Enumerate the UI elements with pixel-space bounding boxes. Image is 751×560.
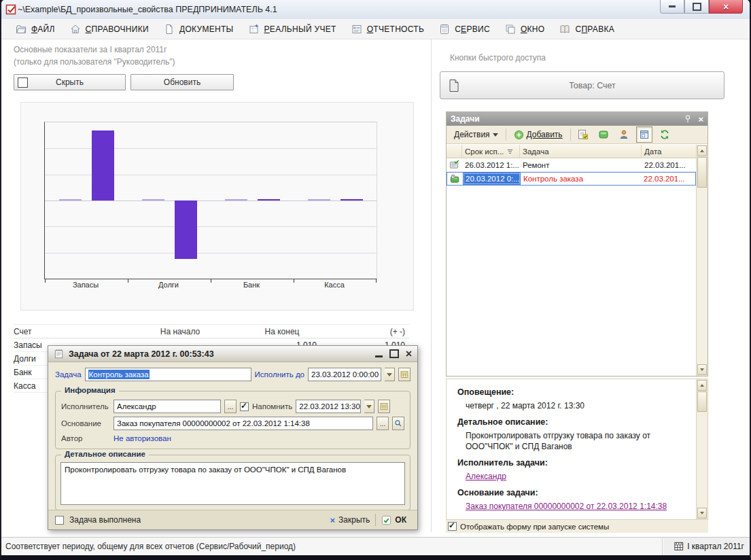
x-axis-label: Банк xyxy=(210,281,293,289)
executor-select-button[interactable]: ... xyxy=(224,400,237,413)
hide-button[interactable]: Скрыть xyxy=(14,74,126,90)
hide-checkbox[interactable] xyxy=(18,77,28,88)
working-period-indicator[interactable]: I квартал 2011г xyxy=(663,538,750,555)
task-field-label: Задача xyxy=(55,370,82,379)
add-task-button[interactable]: Добавить xyxy=(510,128,566,142)
executor-filter-button[interactable] xyxy=(616,126,632,143)
menu-documents[interactable]: ДОКУМЕНТЫ xyxy=(156,19,241,39)
remind-dropdown-button[interactable] xyxy=(364,400,374,413)
task-done-checkbox[interactable] xyxy=(55,516,64,525)
information-group: Информация Исполнитель Александр ... Нап… xyxy=(55,391,411,449)
plus-circle-icon xyxy=(514,130,524,140)
date-column-header[interactable]: Дата xyxy=(642,145,696,158)
close-button[interactable]: × xyxy=(709,0,743,14)
refresh-button[interactable]: Обновить xyxy=(130,74,234,90)
scroll-thumb[interactable] xyxy=(697,391,707,412)
information-group-title: Информация xyxy=(61,386,119,394)
chevron-down-icon xyxy=(493,133,498,137)
due-dropdown-button[interactable] xyxy=(385,368,395,381)
menu-service[interactable]: СЕРВИС xyxy=(432,19,497,39)
refresh-icon xyxy=(659,129,670,140)
x-axis-label: Долги xyxy=(127,281,210,289)
task-name-input[interactable]: Контроль заказа xyxy=(85,368,251,381)
scroll-up-button[interactable] xyxy=(697,145,707,156)
document-icon xyxy=(164,24,175,35)
dialog-minimize-icon[interactable] xyxy=(375,355,383,357)
dialog-close-icon[interactable]: × xyxy=(406,348,412,360)
close-x-icon: × xyxy=(330,515,336,525)
scroll-up-button[interactable] xyxy=(697,380,707,391)
windows-icon xyxy=(505,24,516,35)
menu-file[interactable]: ФАЙЛ xyxy=(8,19,63,39)
scroll-thumb[interactable] xyxy=(697,157,707,188)
minimize-button[interactable] xyxy=(660,0,684,14)
menu-window[interactable]: ОКНО xyxy=(497,19,553,39)
menu-bar: ФАЙЛ СПРАВОЧНИКИ ДОКУМЕНТЫ РЕАЛЬНЫЙ УЧЕТ… xyxy=(1,19,750,39)
calendar-icon xyxy=(380,402,388,410)
status-filter-button[interactable] xyxy=(595,126,612,143)
summary-header-row: Счет На начало На конец (+ -) xyxy=(14,324,409,338)
description-group-title: Детальное описание xyxy=(61,450,149,458)
menu-real-accounting[interactable]: РЕАЛЬНЫЙ УЧЕТ xyxy=(241,19,344,39)
detail-scrollbar[interactable] xyxy=(696,379,708,519)
quick-button-label: Товар: Счет xyxy=(461,81,724,90)
executor-link[interactable]: Александр xyxy=(466,471,506,482)
dialog-footer: Задача выполнена × Закрыть ОК xyxy=(48,510,417,529)
author-field-label: Автор xyxy=(61,434,110,442)
document-icon xyxy=(447,79,461,92)
tasks-scrollbar[interactable] xyxy=(696,145,708,376)
show-form-checkbox[interactable] xyxy=(448,522,457,531)
restore-button[interactable] xyxy=(684,0,709,14)
executor-input[interactable]: Александр xyxy=(113,400,221,413)
basis-select-button[interactable]: ... xyxy=(377,417,389,430)
basis-link[interactable]: Заказ покупателя 00000000002 от 22.03.20… xyxy=(466,501,667,512)
term-column-header[interactable]: Срок исп... xyxy=(462,145,520,158)
overdue-task-icon xyxy=(450,174,460,184)
menu-help[interactable]: СПРАВКА xyxy=(552,19,622,39)
description-textarea[interactable]: Проконтролировать отгрузку товара по зак… xyxy=(60,462,405,505)
calculator-icon xyxy=(439,24,450,35)
task-row-selected[interactable]: 20.03.2012 0:... Контроль заказа 22.03.2… xyxy=(447,172,696,186)
executor-field-label: Исполнитель xyxy=(61,402,110,410)
dialog-maximize-icon[interactable] xyxy=(389,349,399,358)
task-check-filter-button[interactable] xyxy=(575,126,591,143)
form-window-icon xyxy=(639,129,650,140)
person-icon xyxy=(618,129,629,140)
menu-catalogs[interactable]: СПРАВОЧНИКИ xyxy=(63,19,156,39)
dialog-title-bar[interactable]: Задача от 22 марта 2012 г. 00:53:43 × xyxy=(48,346,417,362)
scroll-down-button[interactable] xyxy=(697,508,707,519)
show-form-option[interactable]: Отображать форму при запуске системы xyxy=(446,520,708,533)
sort-icon xyxy=(506,148,514,155)
remind-checkbox[interactable] xyxy=(240,402,249,411)
refresh-button[interactable] xyxy=(657,126,673,143)
chart-bar-На конец-Банк xyxy=(258,199,280,200)
x-axis-label: Касса xyxy=(293,281,376,289)
pin-icon[interactable] xyxy=(683,114,693,124)
quick-access-goods-invoice-button[interactable]: Товар: Счет xyxy=(440,71,724,99)
show-form-toggle-button[interactable] xyxy=(636,126,652,143)
remind-date-input[interactable]: 22.03.2012 13:30:00 xyxy=(296,400,361,413)
chart-x-axis-labels: ЗапасыДолгиБанкКасса xyxy=(44,281,376,289)
menu-reports[interactable]: ОТЧЕТНОСТЬ xyxy=(344,19,432,39)
remind-calendar-button[interactable] xyxy=(378,400,390,413)
app-icon xyxy=(5,4,16,15)
due-date-input[interactable]: 23.03.2012 0:00:00 xyxy=(308,368,381,381)
tasks-panel-header[interactable]: Задачи × xyxy=(447,112,708,126)
task-detail-panel: Оповещение: четверг , 22 марта 2012 г. 1… xyxy=(446,379,708,520)
gridline xyxy=(45,226,377,227)
indicators-caption-line1: Основные показатели за I квартал 2011г xyxy=(14,43,175,56)
actions-menu-button[interactable]: Действия xyxy=(451,128,502,141)
ok-button[interactable]: ОК xyxy=(381,515,411,525)
close-dialog-button[interactable]: × Закрыть xyxy=(330,515,370,525)
scroll-down-button[interactable] xyxy=(697,364,707,375)
chart-bar-На конец-Долги xyxy=(175,200,197,259)
task-column-header[interactable]: Задача xyxy=(520,145,642,158)
help-book-icon xyxy=(559,24,570,35)
task-row[interactable]: 26.03.2012 1:... Ремонт 22.03.201... xyxy=(447,158,696,172)
tasks-grid-header: Срок исп... Задача Дата xyxy=(447,145,696,158)
panel-close-icon[interactable]: × xyxy=(698,115,703,124)
basis-open-button[interactable] xyxy=(392,417,404,430)
due-calendar-button[interactable] xyxy=(398,368,411,381)
basis-input[interactable]: Заказ покупателя 00000000002 от 22.03.20… xyxy=(113,417,373,430)
basis-field-label: Основание xyxy=(61,419,110,427)
